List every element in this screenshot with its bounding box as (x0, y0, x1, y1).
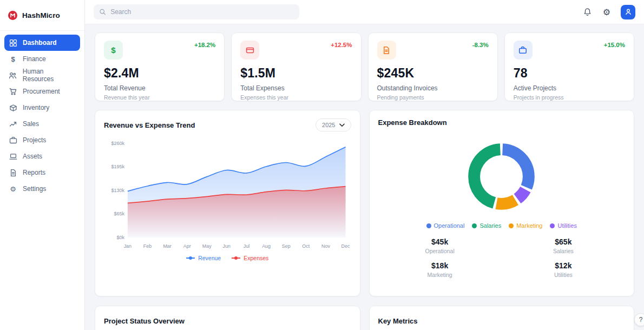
sidebar-item-procurement[interactable]: Procurement (4, 83, 80, 100)
trend-legend: Revenue Expenses (104, 255, 351, 261)
sidebar-item-dashboard[interactable]: Dashboard (4, 35, 80, 51)
svg-text:Mar: Mar (163, 243, 171, 249)
svg-text:$195k: $195k (111, 164, 124, 169)
stat-label: Salaries (502, 248, 625, 254)
legend-label: Utilities (557, 222, 576, 229)
cart-icon (9, 87, 17, 96)
briefcase-icon (9, 136, 17, 144)
kpi-label: Total Expenses (240, 84, 352, 92)
stat-value: $12k (502, 261, 625, 270)
kpi-sublabel: Projects in progress (514, 94, 625, 101)
brand-name: HashMicro (22, 11, 60, 19)
expense-stats: $45k Operational $65k Salaries $18k Mark… (378, 237, 626, 278)
stat-label: Operational (378, 248, 502, 254)
legend-dot (509, 223, 514, 228)
sidebar-item-label: Human Resources (23, 68, 76, 83)
svg-text:Jun: Jun (223, 243, 231, 249)
delta-badge: -8.3% (472, 42, 489, 48)
legend-item-salaries[interactable]: Salaries (472, 222, 501, 229)
sidebar-item-label: Inventory (23, 104, 49, 111)
search-box[interactable] (94, 4, 299, 19)
legend-label: Salaries (479, 222, 501, 229)
revenue-dollar-icon: $ (104, 41, 123, 60)
people-icon (9, 71, 17, 80)
sidebar-item-label: Settings (23, 185, 46, 193)
svg-text:Sep: Sep (282, 243, 291, 249)
sidebar-item-label: Finance (23, 55, 46, 63)
donut-legend: Operational Salaries Marketing Utilities (378, 222, 626, 229)
expense-breakdown-card: Expense Breakdown Operational Salaries (369, 110, 635, 296)
settings-gear-icon[interactable]: ⚙ (601, 6, 612, 17)
sidebar-item-reports[interactable]: Reports (4, 164, 80, 181)
svg-text:Nov: Nov (321, 243, 330, 249)
legend-item-expenses[interactable]: Expenses (232, 255, 268, 261)
chevron-down-icon (339, 123, 345, 127)
kpi-label: Outstanding Invoices (377, 84, 489, 92)
credit-card-icon (240, 41, 259, 60)
topbar: ⚙ (85, 0, 644, 24)
year-select-value: 2025 (322, 122, 335, 128)
legend-label: Expenses (244, 255, 268, 261)
expense-card-title: Expense Breakdown (378, 118, 447, 127)
year-select[interactable]: 2025 (316, 118, 351, 131)
svg-text:May: May (202, 243, 212, 249)
sidebar-item-label: Projects (23, 136, 46, 144)
sidebar-item-human-resources[interactable]: Human Resources (4, 67, 80, 83)
invoice-file-icon (377, 41, 396, 60)
notifications-bell-icon[interactable] (582, 6, 593, 17)
stat-operational: $45k Operational (378, 237, 502, 254)
search-input[interactable] (110, 8, 294, 16)
legend-item-utilities[interactable]: Utilities (550, 222, 576, 229)
sidebar-item-assets[interactable]: Assets (4, 148, 80, 164)
sidebar-item-sales[interactable]: Sales (4, 116, 80, 132)
legend-item-operational[interactable]: Operational (426, 222, 465, 229)
svg-text:Apr: Apr (183, 243, 191, 249)
svg-text:Oct: Oct (302, 243, 310, 249)
delta-badge: +18.2% (194, 42, 215, 48)
sidebar-item-projects[interactable]: Projects (4, 132, 80, 148)
revenue-marker (186, 258, 195, 259)
stat-label: Marketing (378, 272, 502, 278)
trend-area-chart: $0k$65k$130k$195k$260kJanFebMarAprMayJun… (104, 137, 351, 252)
stat-salaries: $65k Salaries (502, 237, 625, 254)
hashmicro-logo-icon (8, 10, 18, 21)
stat-label: Utilities (502, 272, 625, 278)
laptop-icon (9, 152, 17, 161)
bottom-card-title: Key Metrics (378, 317, 418, 325)
svg-text:Jan: Jan (124, 243, 132, 249)
svg-text:Aug: Aug (262, 243, 271, 249)
delta-badge: +12.5% (331, 42, 352, 48)
legend-dot (550, 223, 555, 228)
projects-briefcase-icon (514, 41, 533, 60)
kpi-value: $1.5M (240, 66, 352, 81)
gear-icon: ⚙ (9, 184, 17, 193)
legend-item-marketing[interactable]: Marketing (509, 222, 542, 229)
document-icon (9, 168, 17, 177)
dollar-icon: $ (9, 55, 17, 63)
kpi-value: 78 (514, 66, 625, 81)
legend-label: Operational (434, 222, 465, 229)
svg-text:$65k: $65k (114, 211, 124, 216)
revenue-expense-trend-card: Revenue vs Expense Trend 2025 $0k$65k$13… (95, 110, 360, 296)
kpi-sublabel: Revenue this year (104, 94, 215, 101)
user-avatar[interactable] (621, 5, 635, 19)
sidebar-item-settings[interactable]: ⚙ Settings (4, 181, 80, 197)
sidebar-item-label: Assets (23, 153, 42, 160)
search-icon (99, 8, 106, 16)
svg-text:Jul: Jul (244, 243, 249, 249)
svg-text:$0k: $0k (116, 235, 124, 240)
stat-marketing: $18k Marketing (378, 261, 502, 278)
svg-text:Feb: Feb (143, 243, 152, 249)
sidebar-item-inventory[interactable]: Inventory (4, 100, 80, 116)
legend-dot (472, 223, 477, 228)
kpi-card-outstanding-invoices: -8.3% $245K Outstanding Invoices Pending… (368, 32, 498, 101)
sidebar-item-finance[interactable]: $ Finance (4, 51, 80, 67)
stat-utilities: $12k Utilities (502, 261, 625, 278)
sidebar-item-label: Sales (23, 120, 39, 128)
help-button[interactable]: ? (634, 313, 644, 326)
brand-header: HashMicro (0, 0, 84, 31)
legend-item-revenue[interactable]: Revenue (186, 255, 221, 261)
expenses-marker (232, 258, 240, 259)
dashboard-content: $ +18.2% $2.4M Total Revenue Revenue thi… (85, 24, 644, 330)
stat-value: $65k (502, 237, 625, 246)
